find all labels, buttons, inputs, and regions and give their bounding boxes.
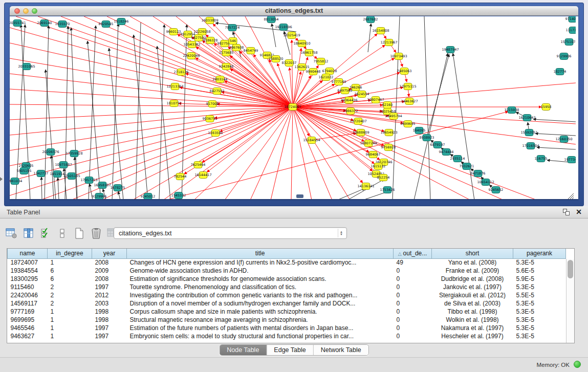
table-cell[interactable]: 2012 bbox=[92, 291, 127, 299]
table-cell[interactable]: 1998 bbox=[92, 308, 127, 316]
table-cell[interactable]: 0 bbox=[394, 316, 432, 324]
memory-ok-indicator[interactable] bbox=[574, 361, 581, 368]
table-cell[interactable]: Embryonic stem cells: a model to study s… bbox=[127, 332, 394, 340]
table-cell[interactable]: Disruption of a novel member of a sodium… bbox=[127, 299, 394, 308]
table-cell[interactable]: Wolkin et al. (1998) bbox=[432, 316, 513, 324]
select-all-icon[interactable] bbox=[39, 227, 52, 240]
table-row[interactable]: 977716911998Corpus callosum shape and si… bbox=[8, 308, 566, 316]
table-settings-icon[interactable] bbox=[5, 227, 18, 240]
table-cell[interactable]: Estimation of the future numbers of pati… bbox=[127, 324, 394, 332]
table-cell[interactable]: 2 bbox=[48, 299, 92, 308]
scrollbar-thumb[interactable] bbox=[568, 260, 573, 278]
table-cell[interactable]: Corpus callosum shape and size in male p… bbox=[127, 308, 394, 316]
table-cell[interactable]: 5.6E-5 bbox=[513, 267, 566, 275]
table-cell[interactable]: 2008 bbox=[92, 258, 127, 267]
table-cell[interactable]: Jankovic et al. (1997) bbox=[432, 283, 513, 291]
table-row[interactable]: 946554611997Estimation of the future num… bbox=[8, 324, 566, 332]
float-window-icon[interactable] bbox=[563, 209, 570, 215]
column-header-title[interactable]: title bbox=[127, 249, 394, 258]
table-cell[interactable]: 1 bbox=[48, 308, 92, 316]
new-table-icon[interactable] bbox=[73, 227, 86, 240]
table-cell[interactable]: de Silva et al. (2003) bbox=[432, 299, 513, 308]
table-cell[interactable]: 5.3E-5 bbox=[513, 332, 566, 340]
table-row[interactable]: 1830029562008Estimation of significance … bbox=[8, 275, 566, 283]
table-cell[interactable]: 0 bbox=[394, 283, 432, 291]
table-cell[interactable]: Genome-wide association studies in ADHD. bbox=[127, 267, 394, 275]
tab-edge-table[interactable]: Edge Table bbox=[267, 345, 313, 355]
table-cell[interactable]: 9465546 bbox=[8, 324, 48, 332]
table-cell[interactable]: 22420046 bbox=[8, 291, 48, 299]
vertical-scrollbar[interactable] bbox=[566, 259, 574, 343]
table-cell[interactable]: Changes of HCN gene expression and I(f) … bbox=[127, 258, 394, 267]
table-row[interactable]: 946362711997Embryonic stem cells: a mode… bbox=[8, 332, 566, 340]
table-cell[interactable]: 0 bbox=[394, 308, 432, 316]
table-cell[interactable]: 1997 bbox=[92, 332, 127, 340]
table-cell[interactable]: Investigating the contribution of common… bbox=[127, 291, 394, 299]
table-cell[interactable]: 2008 bbox=[92, 275, 127, 283]
table-cell[interactable]: 0 bbox=[394, 332, 432, 340]
table-cell[interactable]: Yano et al. (2008) bbox=[432, 258, 513, 267]
splitter-handle[interactable] bbox=[296, 194, 303, 198]
unselect-all-icon[interactable] bbox=[56, 227, 69, 240]
network-canvas[interactable]: 1872400796601238912954122260589827503105… bbox=[10, 16, 578, 199]
table-cell[interactable]: 5.3E-5 bbox=[513, 316, 566, 324]
table-cell[interactable]: 5.3E-5 bbox=[513, 283, 566, 291]
table-cell[interactable]: 6 bbox=[48, 267, 92, 275]
table-cell[interactable]: Structural magnetic resonance image aver… bbox=[127, 316, 394, 324]
table-cell[interactable]: 2 bbox=[48, 291, 92, 299]
table-cell[interactable]: 9115460 bbox=[8, 283, 48, 291]
table-cell[interactable]: 18724007 bbox=[8, 258, 48, 267]
table-cell[interactable]: Dudbridge et al. (2008) bbox=[432, 275, 513, 283]
table-cell[interactable]: 49 bbox=[394, 258, 432, 267]
table-cell[interactable]: 1 bbox=[48, 258, 92, 267]
table-cell[interactable]: 5.3E-5 bbox=[513, 324, 566, 332]
column-header-name[interactable]: name bbox=[8, 249, 48, 258]
tab-network-table[interactable]: Network Table bbox=[314, 345, 368, 355]
table-cell[interactable]: 5.3E-5 bbox=[513, 258, 566, 267]
table-cell[interactable]: 5.9E-5 bbox=[513, 275, 566, 283]
table-cell[interactable]: 9463627 bbox=[8, 332, 48, 340]
column-header-in-degree[interactable]: in_degree bbox=[48, 249, 92, 258]
table-cell[interactable]: 1998 bbox=[92, 316, 127, 324]
table-cell[interactable]: Franke et al. (2009) bbox=[432, 267, 513, 275]
table-cell[interactable]: 9777169 bbox=[8, 308, 48, 316]
table-cell[interactable]: 1 bbox=[48, 316, 92, 324]
column-header-out-de-[interactable]: △out_de... bbox=[394, 249, 432, 258]
column-header-short[interactable]: short bbox=[432, 249, 513, 258]
column-header-pagerank[interactable]: pagerank bbox=[513, 249, 566, 258]
table-cell[interactable]: 5.3E-5 bbox=[513, 299, 566, 308]
table-cell[interactable]: 1997 bbox=[92, 283, 127, 291]
delete-table-icon[interactable] bbox=[90, 227, 103, 240]
table-row[interactable]: 1938455462009Genome-wide association stu… bbox=[8, 267, 566, 275]
table-cell[interactable]: Nakamura et al. (1997) bbox=[432, 324, 513, 332]
table-cell[interactable]: 0 bbox=[394, 324, 432, 332]
table-cell[interactable]: 2 bbox=[48, 283, 92, 291]
table-cell[interactable]: 1 bbox=[48, 332, 92, 340]
table-row[interactable]: 2242004622012Investigating the contribut… bbox=[8, 291, 566, 299]
table-cell[interactable]: Hescheler et al. (1997) bbox=[432, 332, 513, 340]
table-cell[interactable]: 19384554 bbox=[8, 267, 48, 275]
table-cell[interactable]: 1997 bbox=[92, 324, 127, 332]
table-cell[interactable]: 0 bbox=[394, 299, 432, 308]
table-cell[interactable]: 18300295 bbox=[8, 275, 48, 283]
table-cell[interactable]: 5.3E-5 bbox=[513, 308, 566, 316]
insert-column-icon[interactable] bbox=[22, 227, 35, 240]
table-cell[interactable]: 0 bbox=[394, 275, 432, 283]
table-row[interactable]: 1872400712008Changes of HCN gene express… bbox=[8, 258, 566, 267]
pane-collapse-arrow-icon[interactable] bbox=[0, 177, 3, 181]
table-row[interactable]: 969969511998Structural magnetic resonanc… bbox=[8, 316, 566, 324]
tab-node-table[interactable]: Node Table bbox=[220, 345, 267, 355]
table-cell[interactable]: Tourette syndrome. Phenomenology and cla… bbox=[127, 283, 394, 291]
table-cell[interactable]: 9699695 bbox=[8, 316, 48, 324]
table-cell[interactable]: Estimation of significance thresholds fo… bbox=[127, 275, 394, 283]
table-cell[interactable]: 5.5E-5 bbox=[513, 291, 566, 299]
table-cell[interactable]: 2009 bbox=[92, 267, 127, 275]
citation-network-graph[interactable]: 1872400796601238912954122260589827503105… bbox=[10, 16, 576, 199]
table-row[interactable]: 911546021997Tourette syndrome. Phenomeno… bbox=[8, 283, 566, 291]
table-cell[interactable]: Tibbo et al. (1998) bbox=[432, 308, 513, 316]
table-row[interactable]: 1456911722003Disruption of a novel membe… bbox=[8, 299, 566, 308]
table-cell[interactable]: 1 bbox=[48, 324, 92, 332]
table-cell[interactable]: 0 bbox=[394, 291, 432, 299]
table-cell[interactable]: 14569117 bbox=[8, 299, 48, 308]
table-cell[interactable]: Stergiakouli et al. (2012) bbox=[432, 291, 513, 299]
